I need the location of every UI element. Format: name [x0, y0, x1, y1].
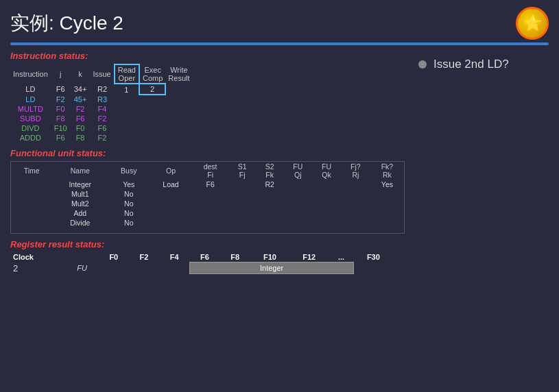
slide-title: 实例: Cycle 2	[10, 10, 123, 36]
left-panel: Instruction status: Instruction j k Issu…	[10, 51, 405, 274]
table-row: Mult2 No	[11, 199, 404, 208]
title-bar: 实例: Cycle 2 ⭐	[10, 7, 549, 40]
register-result-table: Clock F0 F2 F4 F6 F8 F10 F12 ... F30	[10, 252, 405, 274]
col-header-instruction: Instruction	[10, 64, 51, 84]
content-area: Instruction status: Instruction j k Issu…	[10, 51, 549, 274]
table-row: DIVD F10 F0 F6	[10, 123, 193, 133]
issue-question: Issue 2nd LD?	[418, 58, 549, 71]
col-header-issue: Issue	[90, 64, 114, 84]
table-row: Integer Yes Load F6 R2 Yes	[11, 180, 404, 189]
functional-unit-table-wrapper: Time Name Busy Op destFi S1Fj S2Fk FUQj …	[10, 161, 405, 234]
instruction-status-title: Instruction status:	[10, 51, 405, 61]
functional-unit-table: Time Name Busy Op destFi S1Fj S2Fk FUQj …	[11, 162, 404, 228]
instruction-table: Instruction j k Issue ReadOper ExecComp …	[10, 64, 193, 143]
blue-divider	[10, 42, 549, 45]
issue-question-text: Issue 2nd LD?	[433, 58, 509, 71]
col-header-exec-comp: ExecComp	[139, 64, 165, 84]
right-panel: Issue 2nd LD?	[412, 51, 549, 274]
table-row: ADDD F6 F8 F2	[10, 133, 193, 143]
bullet-dot	[418, 60, 427, 69]
table-row: LD F2 45+ R3	[10, 95, 193, 104]
table-row: Add No	[11, 208, 404, 218]
col-header-k: k	[71, 64, 91, 84]
badge-icon: ⭐	[516, 7, 549, 40]
table-row: Divide No	[11, 218, 404, 228]
table-row: Mult1 No	[11, 189, 404, 199]
title-suffix: Cycle 2	[54, 12, 123, 34]
register-result-row: 2 FU Integer	[10, 262, 405, 274]
clock-header: Clock	[10, 252, 66, 262]
fu-label: FU	[66, 262, 99, 274]
register-result-status-title: Register result status:	[10, 239, 405, 249]
table-row: MULTD F0 F2 F4	[10, 104, 193, 114]
table-row: LD F6 34+ R2 1 2	[10, 84, 193, 95]
title-prefix: 实例:	[10, 12, 54, 34]
clock-value: 2	[10, 262, 66, 274]
slide: 实例: Cycle 2 ⭐ Instruction status: Instru…	[0, 0, 559, 392]
integer-cell: Integer	[189, 262, 353, 274]
instruction-table-wrapper: Instruction j k Issue ReadOper ExecComp …	[10, 64, 405, 143]
col-header-read-oper: ReadOper	[115, 64, 139, 84]
functional-unit-status-title: Functional unit status:	[10, 148, 405, 158]
table-row: SUBD F8 F6 F2	[10, 114, 193, 123]
col-header-write-result: WriteResult	[165, 64, 192, 84]
col-header-j: j	[51, 64, 71, 84]
